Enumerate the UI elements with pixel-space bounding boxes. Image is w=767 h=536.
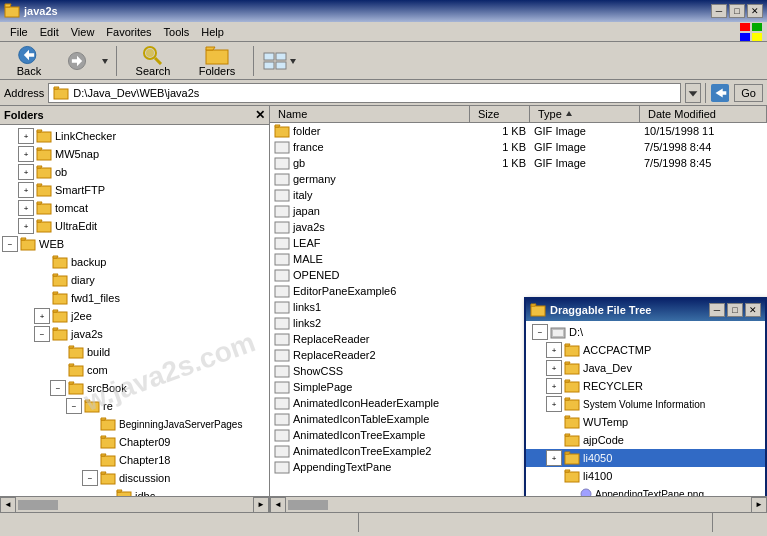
tree-item-fwd1files[interactable]: fwd1_files bbox=[0, 289, 269, 307]
file-row-leaf[interactable]: LEAF bbox=[270, 235, 767, 251]
address-value: D:\Java_Dev\WEB\java2s bbox=[73, 87, 199, 99]
tree-item-build[interactable]: build bbox=[0, 343, 269, 361]
popup-expander-javadev[interactable]: + bbox=[546, 360, 562, 376]
col-header-name[interactable]: Name bbox=[270, 106, 470, 122]
address-dropdown-button[interactable] bbox=[685, 83, 701, 103]
svg-marker-72 bbox=[275, 125, 280, 127]
popup-expander-accpactmp[interactable]: + bbox=[546, 342, 562, 358]
tree-item-chapter18[interactable]: Chapter18 bbox=[0, 451, 269, 469]
minimize-button[interactable]: ─ bbox=[711, 4, 727, 18]
folders-button[interactable]: Folders bbox=[187, 42, 247, 80]
folder-icon-ultraedit bbox=[36, 219, 52, 233]
tree-item-linkchecker[interactable]: + LinkChecker bbox=[0, 127, 269, 145]
file-row-japan[interactable]: japan bbox=[270, 203, 767, 219]
menu-help[interactable]: Help bbox=[195, 24, 230, 40]
tree-item-web[interactable]: − WEB bbox=[0, 235, 269, 253]
tree-item-jdbc[interactable]: jdbc bbox=[0, 487, 269, 496]
svg-rect-88 bbox=[275, 382, 289, 393]
popup-close-button[interactable]: ✕ bbox=[745, 303, 761, 317]
left-scroll-btn[interactable]: ◄ bbox=[0, 497, 16, 513]
popup-minimize-button[interactable]: ─ bbox=[709, 303, 725, 317]
maximize-button[interactable]: □ bbox=[729, 4, 745, 18]
go-arrow-icon[interactable] bbox=[710, 83, 730, 103]
go-button[interactable]: Go bbox=[734, 84, 763, 102]
file-row-male[interactable]: MALE bbox=[270, 251, 767, 267]
svg-marker-59 bbox=[101, 418, 106, 420]
col-header-type[interactable]: Type bbox=[530, 106, 640, 122]
file-row-folder[interactable]: folder 1 KB GIF Image 10/15/1998 11 bbox=[270, 123, 767, 139]
back-button[interactable]: Back bbox=[4, 42, 54, 80]
popup-expander-recycler[interactable]: + bbox=[546, 378, 562, 394]
expander-web[interactable]: − bbox=[2, 236, 18, 252]
expander-ultraedit[interactable]: + bbox=[18, 218, 34, 234]
popup-maximize-button[interactable]: □ bbox=[727, 303, 743, 317]
menu-file[interactable]: File bbox=[4, 24, 34, 40]
tree-item-srcbook[interactable]: − srcBook bbox=[0, 379, 269, 397]
close-button[interactable]: ✕ bbox=[747, 4, 763, 18]
tree-item-ob[interactable]: + ob bbox=[0, 163, 269, 181]
expander-linkchecker[interactable]: + bbox=[18, 128, 34, 144]
col-header-size[interactable]: Size bbox=[470, 106, 530, 122]
tree-item-ultraedit[interactable]: + UltraEdit bbox=[0, 217, 269, 235]
popup-item-li4100[interactable]: li4100 bbox=[526, 467, 765, 485]
expander-tomcat[interactable]: + bbox=[18, 200, 34, 216]
file-row-germany[interactable]: germany bbox=[270, 171, 767, 187]
menu-view[interactable]: View bbox=[65, 24, 101, 40]
separator bbox=[705, 83, 706, 103]
address-input[interactable]: D:\Java_Dev\WEB\java2s bbox=[48, 83, 681, 103]
tree-item-discussion[interactable]: − discussion bbox=[0, 469, 269, 487]
tree-item-chapter09[interactable]: Chapter09 bbox=[0, 433, 269, 451]
menu-edit[interactable]: Edit bbox=[34, 24, 65, 40]
expander-mw5nap[interactable]: + bbox=[18, 146, 34, 162]
popup-item-wutemp[interactable]: WUTemp bbox=[526, 413, 765, 431]
tree-item-com[interactable]: com bbox=[0, 361, 269, 379]
file-row-gb[interactable]: gb 1 KB GIF Image 7/5/1998 8:45 bbox=[270, 155, 767, 171]
expander-srcbook[interactable]: − bbox=[50, 380, 66, 396]
tree-item-smartftp[interactable]: + SmartFTP bbox=[0, 181, 269, 199]
back-dropdown-button[interactable] bbox=[100, 54, 110, 68]
expander-ob[interactable]: + bbox=[18, 164, 34, 180]
popup-item-javadev[interactable]: + Java_Dev bbox=[526, 359, 765, 377]
expander-java2s[interactable]: − bbox=[34, 326, 50, 342]
tree-item-j2ee[interactable]: + j2ee bbox=[0, 307, 269, 325]
file-name-replacereader: ReplaceReader bbox=[270, 332, 470, 346]
file-row-france[interactable]: france 1 KB GIF Image 7/5/1998 8:44 bbox=[270, 139, 767, 155]
tree-item-beginnjsp[interactable]: BeginningJavaServerPages bbox=[0, 415, 269, 433]
col-header-date[interactable]: Date Modified bbox=[640, 106, 767, 122]
popup-expander-li4050[interactable]: + bbox=[546, 450, 562, 466]
popup-item-d[interactable]: − D:\ bbox=[526, 323, 765, 341]
popup-item-accpactmp[interactable]: + ACCPACTMP bbox=[526, 341, 765, 359]
view-button[interactable] bbox=[260, 48, 300, 74]
menu-favorites[interactable]: Favorites bbox=[100, 24, 157, 40]
expander-re[interactable]: − bbox=[66, 398, 82, 414]
left-scroll-btn-right[interactable]: ◄ bbox=[270, 497, 286, 513]
popup-item-appendpng[interactable]: AppendingTextPane.png bbox=[526, 485, 765, 496]
expander-smartftp[interactable]: + bbox=[18, 182, 34, 198]
menu-tools[interactable]: Tools bbox=[158, 24, 196, 40]
right-scroll-btn-left[interactable]: ► bbox=[253, 497, 269, 513]
file-row-opened[interactable]: OPENED bbox=[270, 267, 767, 283]
folder-icon-web bbox=[20, 237, 36, 251]
popup-title-bar[interactable]: Draggable File Tree ─ □ ✕ bbox=[526, 299, 765, 321]
tree-item-java2s[interactable]: − java2s bbox=[0, 325, 269, 343]
file-row-java2s-file[interactable]: java2s bbox=[270, 219, 767, 235]
popup-expander-d[interactable]: − bbox=[532, 324, 548, 340]
tree-item-re[interactable]: − re bbox=[0, 397, 269, 415]
popup-item-li4050[interactable]: + li4050 bbox=[526, 449, 765, 467]
expander-discussion[interactable]: − bbox=[82, 470, 98, 486]
file-row-italy[interactable]: italy bbox=[270, 187, 767, 203]
svg-rect-85 bbox=[275, 334, 289, 345]
tree-item-backup[interactable]: backup bbox=[0, 253, 269, 271]
popup-item-recycler[interactable]: + RECYCLER bbox=[526, 377, 765, 395]
popup-expander-sysvolinfo[interactable]: + bbox=[546, 396, 562, 412]
expander-j2ee[interactable]: + bbox=[34, 308, 50, 324]
search-button[interactable]: Search bbox=[123, 42, 183, 80]
forward-button[interactable] bbox=[58, 48, 96, 74]
tree-item-tomcat[interactable]: + tomcat bbox=[0, 199, 269, 217]
right-scroll-btn-right[interactable]: ► bbox=[751, 497, 767, 513]
folders-panel-close[interactable]: ✕ bbox=[255, 108, 265, 122]
popup-item-sysvolinfo[interactable]: + System Volume Information bbox=[526, 395, 765, 413]
tree-item-mw5nap[interactable]: + MW5nap bbox=[0, 145, 269, 163]
popup-item-ajpcode[interactable]: ajpCode bbox=[526, 431, 765, 449]
tree-item-diary[interactable]: diary bbox=[0, 271, 269, 289]
